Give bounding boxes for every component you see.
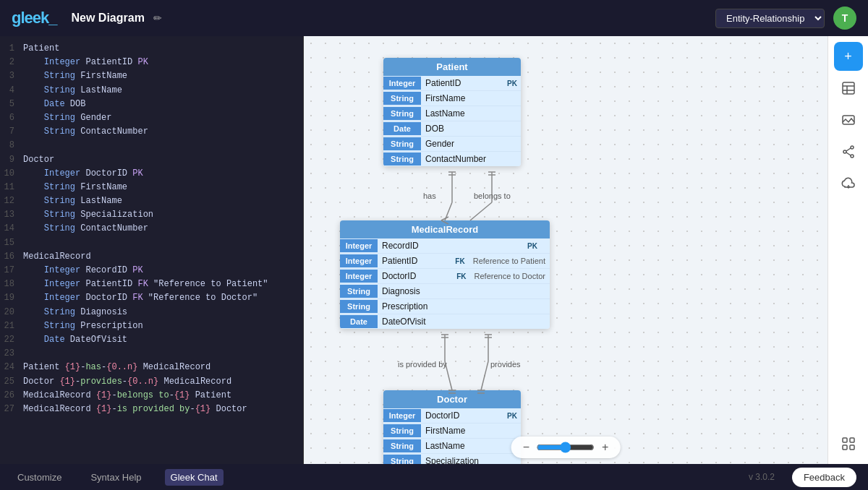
line-content: Doctor xyxy=(23,153,303,167)
editor-line: 5 Date DOB xyxy=(0,98,303,111)
line-number: 14 xyxy=(0,222,23,236)
line-content: String FirstName xyxy=(23,69,303,83)
table-row: String Gender xyxy=(383,137,521,152)
line-number: 1 xyxy=(0,42,23,56)
line-content: MedicalRecord {1}-is provided by-{1} Doc… xyxy=(23,403,303,416)
line-content: String Gender xyxy=(23,111,303,125)
line-content: Integer PatientID PK xyxy=(23,56,303,69)
line-content: Integer DoctorID FK "Reference to Doctor… xyxy=(23,291,303,305)
main-area: 1Patient2 Integer PatientID PK3 String F… xyxy=(0,36,868,464)
editor-line: 21 String Prescription xyxy=(0,319,303,333)
table-icon xyxy=(841,81,856,95)
topbar: gleek_ New Diagram ✏ Entity-Relationship… xyxy=(0,0,868,36)
editor-line: 23 xyxy=(0,347,303,361)
table-row: String LastName xyxy=(383,439,521,454)
line-content: Integer PatientID FK "Reference to Patie… xyxy=(23,278,303,291)
line-number: 24 xyxy=(0,361,23,374)
editor-line: 10 Integer DoctorID PK xyxy=(0,167,303,181)
line-content: Doctor {1}-provides-{0..n} MedicalRecord xyxy=(23,375,303,389)
line-number: 22 xyxy=(0,333,23,347)
editor-line: 22 Date DateOfVisit xyxy=(0,333,303,347)
gleek-chat-button[interactable]: Gleek Chat xyxy=(165,469,224,486)
line-content: String ContactNumber xyxy=(23,222,303,236)
line-content: String Specialization xyxy=(23,208,303,222)
cloud-icon xyxy=(841,176,856,191)
editor-panel[interactable]: 1Patient2 Integer PatientID PK3 String F… xyxy=(0,36,304,464)
editor-line: 14 String ContactNumber xyxy=(0,222,303,236)
image-export-button[interactable] xyxy=(834,106,863,134)
line-number: 8 xyxy=(0,139,23,152)
editor-line: 8 xyxy=(0,139,303,152)
line-number: 27 xyxy=(0,403,23,416)
table-row: String ContactNumber xyxy=(383,152,521,166)
line-number: 17 xyxy=(0,264,23,278)
editor-line: 24Patient {1}-has-{0..n} MedicalRecord xyxy=(0,361,303,374)
svg-point-32 xyxy=(843,150,846,153)
feedback-button[interactable]: Feedback xyxy=(792,468,856,487)
editor-line: 6 String Gender xyxy=(0,111,303,125)
patient-table-header: Patient xyxy=(383,58,521,76)
line-number: 16 xyxy=(0,250,23,264)
line-number: 9 xyxy=(0,153,23,167)
avatar: T xyxy=(833,7,856,30)
version-text: v 3.0.2 xyxy=(749,472,775,482)
line-content: Date DOB xyxy=(23,98,303,111)
line-content xyxy=(23,236,303,250)
syntax-help-button[interactable]: Syntax Help xyxy=(85,469,147,486)
editor-line: 2 Integer PatientID PK xyxy=(0,56,303,69)
table-row: Integer DoctorID FK Reference to Doctor xyxy=(340,269,550,284)
line-number: 19 xyxy=(0,291,23,305)
doctor-table-header: Doctor xyxy=(383,390,521,408)
line-number: 6 xyxy=(0,111,23,125)
line-number: 12 xyxy=(0,194,23,208)
line-number: 3 xyxy=(0,69,23,83)
bottombar: Customize Syntax Help Gleek Chat v 3.0.2… xyxy=(0,464,868,490)
zoom-in-button[interactable]: + xyxy=(599,439,611,455)
editor-line: 7 String ContactNumber xyxy=(0,125,303,139)
diagram-name: New Diagram xyxy=(72,12,145,25)
line-content: Integer DoctorID PK xyxy=(23,167,303,181)
line-content: String FirstName xyxy=(23,181,303,194)
svg-rect-38 xyxy=(850,438,854,442)
edit-icon[interactable]: ✏ xyxy=(153,12,162,24)
grid-settings-button[interactable] xyxy=(834,429,863,458)
table-row: Integer RecordID PK xyxy=(340,238,550,254)
share-button[interactable] xyxy=(834,137,863,166)
customize-button[interactable]: Customize xyxy=(12,469,67,486)
editor-line: 4 String LastName xyxy=(0,84,303,98)
line-number: 23 xyxy=(0,347,23,361)
line-content xyxy=(23,139,303,152)
image-icon xyxy=(841,113,856,127)
line-content: MedicalRecord {1}-belongs to-{1} Patient xyxy=(23,389,303,403)
table-row: String Prescription xyxy=(340,299,550,314)
share-icon xyxy=(841,145,856,159)
line-number: 5 xyxy=(0,98,23,111)
cloud-button[interactable] xyxy=(834,169,863,198)
zoom-slider[interactable] xyxy=(537,442,595,453)
line-number: 15 xyxy=(0,236,23,250)
line-number: 11 xyxy=(0,181,23,194)
table-view-button[interactable] xyxy=(834,74,863,103)
line-number: 21 xyxy=(0,319,23,333)
editor-line: 3 String FirstName xyxy=(0,69,303,83)
svg-rect-40 xyxy=(850,445,854,450)
editor-line: 13 String Specialization xyxy=(0,208,303,222)
table-row: Date DateOfVisit xyxy=(340,314,550,329)
canvas-panel[interactable]: Patient Integer PatientID PK String Firs… xyxy=(304,36,827,464)
svg-rect-26 xyxy=(843,82,854,94)
table-row: String LastName xyxy=(383,106,521,121)
editor-line: 19 Integer DoctorID FK "Reference to Doc… xyxy=(0,291,303,305)
zoom-out-button[interactable]: − xyxy=(520,439,532,455)
line-number: 18 xyxy=(0,278,23,291)
editor-line: 26MedicalRecord {1}-belongs to-{1} Patie… xyxy=(0,389,303,403)
zoom-controls: − + xyxy=(511,437,621,458)
grid-icon xyxy=(841,437,856,451)
diagram-type-select[interactable]: Entity-Relationship xyxy=(715,9,825,28)
line-content: String Prescription xyxy=(23,319,303,333)
editor-line: 20 String Diagnosis xyxy=(0,306,303,319)
add-button[interactable]: + xyxy=(834,42,863,71)
line-number: 26 xyxy=(0,389,23,403)
editor-line: 17 Integer RecordID PK xyxy=(0,264,303,278)
line-content: String ContactNumber xyxy=(23,125,303,139)
line-content: String LastName xyxy=(23,194,303,208)
